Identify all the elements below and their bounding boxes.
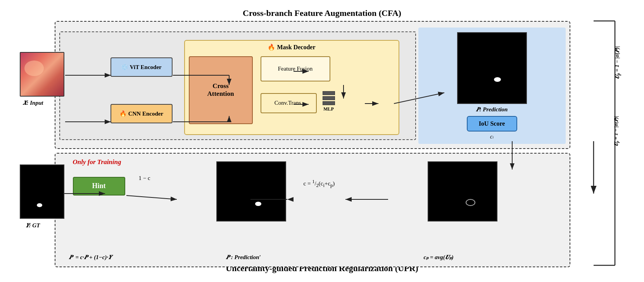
prediction-label: 𝑷: Prediction — [476, 106, 508, 113]
vit-encoder: ❄️ ViT Encoder — [110, 57, 173, 77]
ci-label: cᵢ — [490, 133, 494, 140]
c-formula-label: c = 1/2(ci+cp) — [304, 179, 335, 189]
right-section: 𝑷: Prediction IoU Score cᵢ — [418, 28, 566, 144]
mask-decoder-box: 🔥 Mask Decoder CrossAttention Feature Fu… — [184, 40, 399, 135]
top-outer-box: ❄️ ViT Encoder 🔥 CNN Encoder 🔥 Mask Deco… — [55, 21, 570, 149]
main-title: Cross-branch Feature Augmentation (CFA) — [243, 8, 401, 18]
cross-attention-box: CrossAttention — [189, 56, 253, 124]
iou-score-box: IoU Score — [467, 116, 517, 131]
input-canvas — [20, 52, 64, 97]
prediction-image — [457, 32, 527, 104]
formula-pprime: 𝑷′ = c·𝑷 + (1−c)·𝒀 — [69, 254, 112, 261]
top-inner-box: ❄️ ViT Encoder 🔥 CNN Encoder 🔥 Mask Deco… — [59, 31, 416, 140]
gt-image — [20, 164, 64, 219]
bottom-outer-box: Only for Training Hint 𝑷′ = c·𝑷 + (1−c)·… — [55, 153, 570, 267]
cross-attention-label: CrossAttention — [207, 82, 234, 98]
feature-fusion-box: Feature Fusion — [261, 56, 330, 81]
up-formula: 𝑼p = 1 − |σ(𝑷)| — [614, 46, 622, 79]
cnn-encoder-label: 🔥 CNN Encoder — [119, 110, 163, 117]
cnn-encoder: 🔥 CNN Encoder — [110, 104, 173, 123]
hint-label: Hint — [92, 182, 105, 190]
gt-white-spot — [37, 203, 42, 207]
formula-pred-prime: 𝑷′: Prediction′ — [226, 254, 261, 261]
bottom-pred-spot — [255, 202, 261, 206]
training-only-text: Only for Training — [73, 158, 121, 166]
conv-trans-box: Conv.Trans. — [261, 93, 317, 113]
mlp-label: MLP — [323, 106, 334, 112]
prediction-white-spot — [494, 77, 501, 82]
bottom-pred-image — [216, 161, 286, 221]
input-image — [20, 52, 64, 97]
formula-cp: cₚ = avg(𝑼ₚ) — [424, 254, 454, 261]
conv-trans-label: Conv.Trans. — [275, 100, 303, 106]
up-formula-text: 𝑼p = 1 − |σ(𝑷)| — [614, 46, 622, 79]
bottom-right-ring — [466, 199, 475, 206]
up-formula-side: 𝑼p = 1 − |σ(𝑷)| — [613, 116, 620, 146]
mask-decoder-title: 🔥 Mask Decoder — [185, 41, 399, 51]
bottom-right-image — [428, 161, 497, 221]
vit-encoder-label: ❄️ ViT Encoder — [121, 64, 162, 71]
hint-box: Hint — [73, 177, 125, 195]
iou-score-label: IoU Score — [479, 120, 505, 127]
c-formula-text: c = 1/2(ci+cp) — [304, 180, 335, 187]
feature-fusion-label: Feature Fusion — [278, 66, 313, 72]
mlp-area: MLP — [323, 91, 335, 112]
input-label: 𝑿: Input — [23, 100, 43, 106]
one-minus-c-label: 1 − c — [139, 175, 150, 182]
gt-label: 𝒀: GT — [26, 222, 40, 229]
